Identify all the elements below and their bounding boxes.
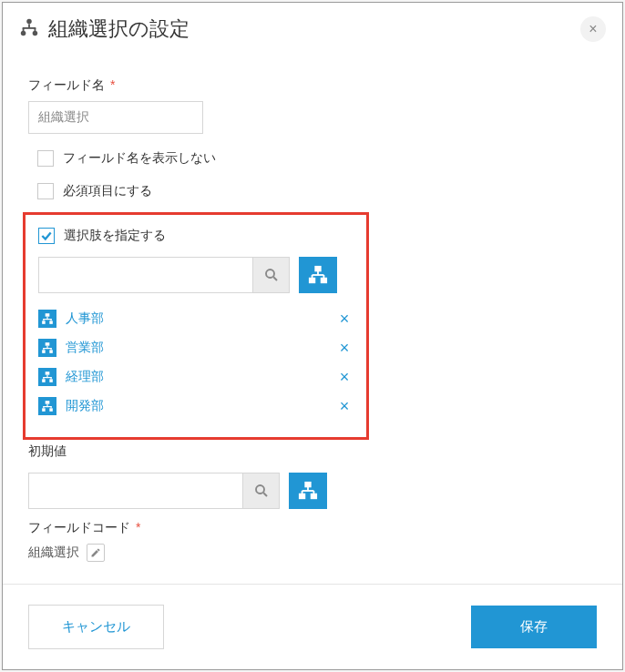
svg-rect-41 (43, 406, 51, 407)
org-item-icon (38, 368, 56, 386)
svg-rect-48 (312, 494, 317, 499)
org-item-icon (38, 339, 56, 357)
save-button[interactable]: 保存 (471, 606, 597, 648)
remove-button[interactable]: × (335, 339, 353, 358)
svg-rect-32 (49, 379, 53, 382)
svg-rect-9 (315, 267, 321, 271)
svg-line-45 (263, 493, 267, 496)
close-icon: × (589, 21, 597, 37)
svg-rect-37 (46, 401, 50, 404)
default-search-group (28, 473, 280, 509)
svg-rect-25 (49, 350, 53, 353)
svg-rect-21 (43, 319, 44, 321)
svg-rect-36 (51, 377, 52, 379)
required-checkbox[interactable] (37, 183, 54, 199)
svg-rect-42 (43, 406, 44, 408)
field-name-input[interactable] (28, 101, 203, 134)
specify-checkbox[interactable] (38, 228, 55, 244)
svg-rect-20 (43, 319, 51, 320)
default-org-tree-button[interactable] (289, 473, 327, 509)
hide-name-checkbox-row[interactable]: フィールド名を表示しない (28, 150, 597, 167)
dialog-footer: キャンセル 保存 (3, 584, 622, 669)
svg-rect-34 (43, 377, 51, 378)
org-tree-icon (298, 481, 318, 501)
svg-rect-24 (42, 350, 46, 353)
org-search-group (38, 257, 290, 293)
default-value-section: 初期値 (28, 443, 597, 509)
default-search-input[interactable] (29, 473, 242, 508)
svg-rect-38 (42, 408, 46, 412)
svg-rect-5 (23, 28, 25, 32)
required-mark: * (132, 520, 140, 535)
svg-rect-28 (43, 348, 44, 350)
list-item: 経理部 × (38, 362, 353, 392)
selected-org-list: 人事部 × 営業部 × 経理部 × (38, 304, 353, 421)
svg-rect-47 (300, 494, 305, 499)
org-search-row (38, 257, 353, 293)
hide-name-checkbox[interactable] (37, 150, 54, 167)
required-mark: * (107, 77, 115, 92)
org-item-name[interactable]: 開発部 (66, 398, 104, 414)
org-item-name[interactable]: 人事部 (66, 311, 104, 327)
field-code-value: 組織選択 (28, 545, 79, 561)
field-name-label: フィールド名 * (28, 77, 597, 94)
list-item: 人事部 × (38, 304, 353, 333)
list-item: 営業部 × (38, 333, 353, 362)
org-item-icon (38, 310, 56, 328)
close-button[interactable]: × (580, 16, 606, 42)
remove-button[interactable]: × (335, 368, 353, 387)
svg-point-0 (26, 19, 32, 25)
required-checkbox-row[interactable]: 必須項目にする (28, 183, 597, 199)
org-tree-button[interactable] (299, 257, 337, 293)
specify-label: 選択肢を指定する (64, 228, 166, 244)
search-icon (253, 483, 270, 499)
field-code-label: フィールドコード * (28, 520, 597, 536)
edit-field-code-button[interactable] (87, 544, 105, 562)
svg-point-7 (266, 270, 274, 278)
list-item: 開発部 × (38, 392, 353, 421)
org-item-name[interactable]: 営業部 (66, 340, 104, 356)
specify-section-highlight: 選択肢を指定する (23, 212, 369, 440)
svg-rect-27 (43, 348, 51, 349)
org-icon (19, 17, 39, 41)
svg-rect-29 (51, 348, 52, 350)
default-value-label: 初期値 (28, 443, 597, 460)
svg-rect-18 (49, 321, 53, 324)
svg-rect-22 (51, 319, 52, 321)
svg-rect-39 (49, 408, 53, 412)
svg-rect-23 (46, 342, 50, 346)
svg-rect-30 (46, 372, 50, 375)
svg-rect-46 (305, 483, 311, 487)
org-search-button[interactable] (252, 258, 289, 292)
svg-line-8 (273, 277, 277, 280)
hide-name-label: フィールド名を表示しない (63, 150, 216, 167)
required-label: 必須項目にする (63, 183, 152, 199)
svg-rect-11 (322, 279, 327, 283)
specify-checkbox-row[interactable]: 選択肢を指定する (38, 228, 353, 244)
pencil-icon (90, 547, 101, 558)
org-item-name[interactable]: 経理部 (66, 369, 104, 385)
field-code-row: 組織選択 (28, 544, 597, 562)
svg-rect-35 (43, 377, 44, 379)
svg-rect-2 (23, 27, 36, 29)
org-item-icon (38, 397, 56, 415)
svg-point-44 (256, 485, 264, 494)
svg-rect-6 (35, 28, 36, 32)
remove-button[interactable]: × (335, 310, 353, 329)
org-tree-icon (308, 265, 328, 285)
svg-rect-43 (51, 406, 52, 408)
svg-rect-10 (310, 279, 315, 283)
svg-rect-16 (46, 313, 50, 317)
dialog: 組織選択の設定 × フィールド名 * フィールド名を表示しない 必須項目にする (2, 2, 623, 670)
dialog-header: 組織選択の設定 × (3, 3, 622, 52)
search-icon (263, 267, 280, 283)
svg-rect-17 (42, 321, 46, 324)
org-search-input[interactable] (39, 258, 252, 292)
field-code-section: フィールドコード * 組織選択 (28, 520, 597, 562)
default-search-button[interactable] (242, 473, 279, 508)
remove-button[interactable]: × (335, 397, 353, 416)
dialog-title: 組織選択の設定 (48, 15, 190, 43)
dialog-body: フィールド名 * フィールド名を表示しない 必須項目にする 選択肢を指定する (3, 52, 622, 584)
default-search-row (28, 473, 597, 509)
cancel-button[interactable]: キャンセル (28, 605, 164, 649)
